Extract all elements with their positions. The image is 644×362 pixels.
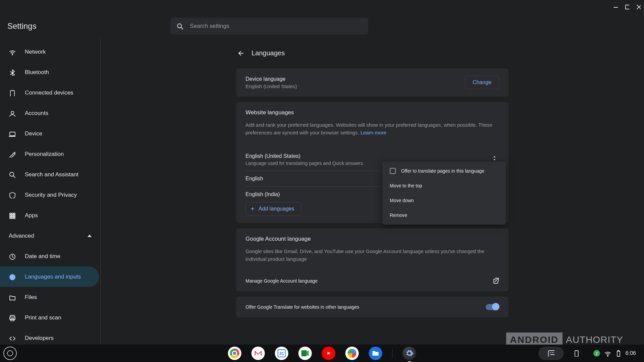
- search-assistant-icon: [9, 171, 16, 178]
- minimize-button[interactable]: [612, 4, 618, 9]
- learn-more-link[interactable]: Learn more: [361, 130, 386, 135]
- sidebar-item-print-scan[interactable]: Print and scan: [0, 307, 99, 328]
- shelf-app-gmail[interactable]: [252, 347, 265, 360]
- sidebar-item-bluetooth[interactable]: Bluetooth: [0, 62, 99, 82]
- menu-move-top[interactable]: Move to the top: [382, 178, 506, 193]
- menu-remove[interactable]: Remove: [382, 208, 506, 223]
- sidebar-item-label: Developers: [25, 335, 54, 342]
- sidebar-item-label: Network: [25, 49, 46, 55]
- sidebar-item-label: Accounts: [25, 110, 48, 117]
- sidebar-item-date-time[interactable]: Date and time: [0, 246, 99, 266]
- device-language-value: English (United States): [246, 83, 297, 89]
- shelf-app-calendar[interactable]: 31: [275, 347, 288, 360]
- svg-rect-12: [14, 215, 15, 217]
- sidebar-item-label: Connected devices: [25, 89, 73, 96]
- language-subtext: Language used for translating pages and …: [246, 161, 363, 166]
- sidebar-advanced-toggle[interactable]: Advanced: [0, 226, 100, 246]
- sidebar-item-languages-inputs[interactable]: Languages and inputs: [0, 266, 99, 287]
- shelf-app-chrome[interactable]: [228, 347, 241, 360]
- sidebar-item-label: Personalization: [25, 151, 64, 158]
- photos-icon: [348, 349, 357, 358]
- sidebar-item-label: Date and time: [25, 253, 60, 260]
- svg-point-2: [12, 54, 13, 55]
- sidebar-item-security-privacy[interactable]: Security and Privacy: [0, 185, 99, 205]
- personalization-icon: [9, 151, 16, 158]
- card-offer-translate: Offer Google Translate for websites in o…: [236, 297, 508, 317]
- battery-icon: [615, 350, 622, 357]
- shelf-app-settings[interactable]: [403, 347, 416, 360]
- language-name: English (India): [246, 191, 280, 197]
- shelf-apps: 31: [228, 347, 416, 360]
- sidebar[interactable]: Network Bluetooth Connected devices Acco…: [0, 39, 101, 348]
- sidebar-item-device[interactable]: Device: [0, 123, 99, 144]
- shelf-app-youtube[interactable]: [322, 347, 335, 360]
- connected-devices-icon: [9, 89, 16, 96]
- status-tray[interactable]: 2 6:06: [589, 347, 641, 360]
- content[interactable]: Languages Device language English (Unite…: [101, 39, 644, 348]
- shelf-separator: [392, 349, 393, 358]
- offer-translate-toggle[interactable]: [486, 304, 499, 310]
- sidebar-item-connected-devices[interactable]: Connected devices: [0, 82, 99, 103]
- sidebar-item-label: Device: [25, 130, 42, 137]
- shelf-app-photos[interactable]: [345, 347, 359, 360]
- gmail-icon: [254, 350, 262, 356]
- manage-google-account-language[interactable]: Manage Google Account language: [236, 270, 508, 291]
- checkbox-icon[interactable]: [390, 168, 396, 174]
- sidebar-item-network[interactable]: Network: [0, 42, 99, 62]
- keyboard-icon: [548, 350, 554, 357]
- apps-icon: [9, 212, 16, 219]
- search-input[interactable]: [189, 22, 362, 30]
- sidebar-item-personalization[interactable]: Personalization: [0, 144, 99, 164]
- phone-hub-button[interactable]: [569, 347, 583, 360]
- svg-rect-28: [618, 351, 619, 351]
- svg-rect-15: [14, 217, 15, 219]
- shield-icon: [9, 192, 16, 198]
- search-box[interactable]: [170, 18, 368, 35]
- menu-move-down[interactable]: Move down: [382, 193, 506, 208]
- sidebar-item-files[interactable]: Files: [0, 287, 99, 307]
- sidebar-item-label: Bluetooth: [25, 69, 49, 76]
- maximize-button[interactable]: [624, 4, 629, 9]
- printer-icon: [9, 314, 16, 321]
- device-icon: [9, 130, 16, 137]
- search-icon: [176, 23, 183, 29]
- minimize-icon: [612, 3, 618, 10]
- menu-offer-translate[interactable]: Offer to translate pages in this languag…: [382, 164, 506, 178]
- svg-rect-8: [12, 213, 13, 215]
- language-context-menu[interactable]: Offer to translate pages in this languag…: [382, 162, 506, 225]
- menu-item-label: Offer to translate pages in this languag…: [401, 168, 484, 174]
- launcher-button[interactable]: [3, 347, 17, 360]
- add-languages-label: Add languages: [259, 206, 294, 212]
- add-languages-button[interactable]: + Add languages: [246, 202, 301, 216]
- close-button[interactable]: [635, 4, 641, 9]
- svg-rect-0: [626, 5, 629, 9]
- arrow-left-icon: [237, 50, 244, 56]
- menu-item-label: Move to the top: [390, 183, 422, 188]
- page-header: Languages: [236, 43, 508, 63]
- body: Network Bluetooth Connected devices Acco…: [0, 39, 644, 348]
- shelf-app-files[interactable]: [369, 347, 382, 360]
- shelf-app-meet[interactable]: [299, 347, 312, 360]
- change-button[interactable]: Change: [465, 76, 499, 89]
- svg-text:31: 31: [279, 351, 284, 356]
- settings-window: Settings Network Bluetooth: [0, 0, 644, 348]
- virtual-keyboard-button[interactable]: [538, 347, 564, 360]
- sidebar-item-search-assistant[interactable]: Search and Assistant: [0, 164, 99, 185]
- back-button[interactable]: [236, 48, 246, 58]
- card-website-languages: Website languages Add and rank your pref…: [236, 102, 508, 223]
- svg-rect-9: [14, 213, 15, 215]
- close-icon: [635, 3, 641, 10]
- sidebar-item-accounts[interactable]: Accounts: [0, 103, 99, 123]
- sidebar-item-apps[interactable]: Apps: [0, 205, 99, 226]
- svg-rect-27: [617, 351, 620, 356]
- app-title: Settings: [7, 21, 37, 31]
- card-device-language: Device language English (United States) …: [236, 68, 508, 97]
- svg-rect-25: [575, 351, 578, 357]
- svg-rect-5: [10, 132, 15, 136]
- svg-rect-11: [12, 215, 13, 217]
- menu-item-label: Remove: [390, 213, 407, 218]
- menu-item-label: Move down: [390, 198, 414, 203]
- language-name: English: [246, 176, 263, 182]
- phone-icon: [573, 350, 580, 357]
- sidebar-advanced-label: Advanced: [9, 233, 34, 239]
